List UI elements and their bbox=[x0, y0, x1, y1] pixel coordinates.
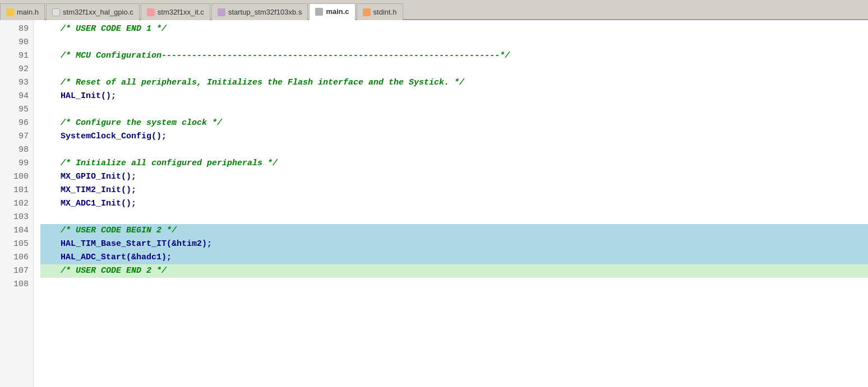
code-line-91: /* MCU Configuration--------------------… bbox=[40, 49, 868, 63]
line-number-98: 98 bbox=[4, 143, 29, 157]
tab-icon-stm32f1xx-it bbox=[147, 8, 155, 16]
line-number-93: 93 bbox=[4, 76, 29, 90]
code-line-104: /* USER CODE BEGIN 2 */ bbox=[40, 224, 868, 237]
tab-stdint-h[interactable]: stdint.h bbox=[357, 3, 403, 20]
line-number-97: 97 bbox=[4, 130, 29, 143]
line-number-99: 99 bbox=[4, 157, 29, 170]
line-number-91: 91 bbox=[4, 49, 29, 63]
editor-container: main.hstm32f1xx_hal_gpio.cstm32f1xx_it.c… bbox=[0, 0, 868, 387]
code-line-90 bbox=[40, 36, 868, 49]
code-line-107: /* USER CODE END 2 */ bbox=[40, 264, 868, 278]
tab-stm32f1xx-it[interactable]: stm32f1xx_it.c bbox=[141, 3, 210, 20]
tab-label-main-c: main.c bbox=[326, 7, 349, 16]
line-number-100: 100 bbox=[4, 170, 29, 184]
code-line-96: /* Configure the system clock */ bbox=[40, 116, 868, 130]
code-line-92 bbox=[40, 63, 868, 76]
code-line-103 bbox=[40, 211, 868, 224]
tab-label-main-h: main.h bbox=[17, 8, 39, 16]
code-line-89: /* USER CODE END 1 */ bbox=[40, 22, 868, 36]
tab-icon-main-c bbox=[315, 8, 323, 16]
tab-icon-startup-stm32f103xb bbox=[218, 8, 225, 16]
code-line-100: MX_GPIO_Init(); bbox=[40, 170, 868, 184]
line-number-101: 101 bbox=[4, 184, 29, 197]
code-line-98 bbox=[40, 143, 868, 157]
line-numbers: 8990919293949596979899100101102103104105… bbox=[0, 20, 34, 387]
code-line-108 bbox=[40, 278, 868, 291]
line-number-90: 90 bbox=[4, 36, 29, 49]
code-line-97: SystemClock_Config(); bbox=[40, 130, 868, 143]
tab-icon-stm32f1xx-hal-gpio bbox=[52, 8, 60, 16]
line-number-89: 89 bbox=[4, 22, 29, 36]
code-line-102: MX_ADC1_Init(); bbox=[40, 197, 868, 211]
line-number-102: 102 bbox=[4, 197, 29, 211]
line-number-96: 96 bbox=[4, 116, 29, 130]
tab-bar: main.hstm32f1xx_hal_gpio.cstm32f1xx_it.c… bbox=[0, 0, 868, 20]
code-line-106: HAL_ADC_Start(&hadc1); bbox=[40, 251, 868, 264]
tab-main-h[interactable]: main.h bbox=[0, 3, 45, 20]
line-number-104: 104 bbox=[4, 224, 29, 237]
code-area: 8990919293949596979899100101102103104105… bbox=[0, 20, 868, 387]
code-content[interactable]: /* USER CODE END 1 */ /* MCU Configurati… bbox=[34, 20, 868, 387]
tab-icon-stdint-h bbox=[363, 8, 371, 16]
tab-label-stm32f1xx-hal-gpio: stm32f1xx_hal_gpio.c bbox=[63, 8, 133, 16]
line-number-106: 106 bbox=[4, 251, 29, 264]
line-number-92: 92 bbox=[4, 63, 29, 76]
code-line-94: HAL_Init(); bbox=[40, 90, 868, 103]
tab-label-startup-stm32f103xb: startup_stm32f103xb.s bbox=[228, 8, 302, 16]
line-number-107: 107 bbox=[4, 264, 29, 278]
code-line-95 bbox=[40, 103, 868, 116]
code-line-105: HAL_TIM_Base_Start_IT(&htim2); bbox=[40, 237, 868, 251]
tab-stm32f1xx-hal-gpio[interactable]: stm32f1xx_hal_gpio.c bbox=[46, 3, 140, 20]
code-line-99: /* Initialize all configured peripherals… bbox=[40, 157, 868, 170]
tab-label-stdint-h: stdint.h bbox=[373, 8, 397, 16]
line-number-95: 95 bbox=[4, 103, 29, 116]
code-line-101: MX_TIM2_Init(); bbox=[40, 184, 868, 197]
line-number-103: 103 bbox=[4, 211, 29, 224]
tab-label-stm32f1xx-it: stm32f1xx_it.c bbox=[158, 8, 204, 16]
tab-main-c[interactable]: main.c bbox=[309, 3, 355, 20]
tab-startup-stm32f103xb[interactable]: startup_stm32f103xb.s bbox=[211, 3, 308, 20]
line-number-108: 108 bbox=[4, 278, 29, 291]
tab-icon-main-h bbox=[6, 8, 14, 16]
line-number-94: 94 bbox=[4, 90, 29, 103]
code-line-93: /* Reset of all peripherals, Initializes… bbox=[40, 76, 868, 90]
line-number-105: 105 bbox=[4, 237, 29, 251]
